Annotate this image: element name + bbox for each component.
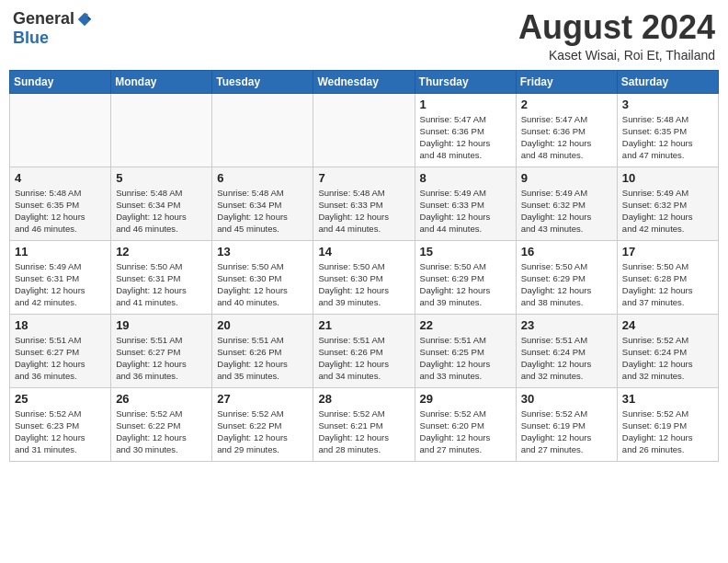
day-number: 15 xyxy=(420,245,511,259)
day-number: 1 xyxy=(420,98,511,111)
calendar-day-3: 3Sunrise: 5:48 AMSunset: 6:35 PMDaylight… xyxy=(617,93,718,167)
calendar-day-10: 10Sunrise: 5:49 AMSunset: 6:32 PMDayligh… xyxy=(617,167,718,240)
logo: General Blue xyxy=(13,9,93,48)
day-info: Sunrise: 5:48 AMSunset: 6:34 PMDaylight:… xyxy=(116,187,207,236)
calendar-day-8: 8Sunrise: 5:49 AMSunset: 6:33 PMDaylight… xyxy=(415,167,516,240)
day-number: 21 xyxy=(318,318,409,332)
calendar-day-30: 30Sunrise: 5:52 AMSunset: 6:19 PMDayligh… xyxy=(516,387,617,461)
day-number: 9 xyxy=(521,171,612,185)
calendar-day-18: 18Sunrise: 5:51 AMSunset: 6:27 PMDayligh… xyxy=(10,314,111,387)
day-info: Sunrise: 5:48 AMSunset: 6:35 PMDaylight:… xyxy=(622,113,713,162)
day-info: Sunrise: 5:49 AMSunset: 6:32 PMDaylight:… xyxy=(521,187,612,236)
title-section: August 2024 Kaset Wisai, Roi Et, Thailan… xyxy=(518,9,715,63)
day-number: 30 xyxy=(521,392,612,406)
location-subtitle: Kaset Wisai, Roi Et, Thailand xyxy=(518,48,715,63)
day-info: Sunrise: 5:52 AMSunset: 6:22 PMDaylight:… xyxy=(116,408,207,456)
calendar-week-3: 11Sunrise: 5:49 AMSunset: 6:31 PMDayligh… xyxy=(10,240,719,314)
day-info: Sunrise: 5:51 AMSunset: 6:25 PMDaylight:… xyxy=(420,334,511,383)
day-number: 28 xyxy=(318,392,409,406)
calendar-week-4: 18Sunrise: 5:51 AMSunset: 6:27 PMDayligh… xyxy=(10,314,719,387)
weekday-header-wednesday: Wednesday xyxy=(313,70,415,93)
day-number: 31 xyxy=(622,392,713,406)
calendar-day-4: 4Sunrise: 5:48 AMSunset: 6:35 PMDaylight… xyxy=(10,167,111,240)
day-info: Sunrise: 5:49 AMSunset: 6:31 PMDaylight:… xyxy=(15,260,106,309)
day-number: 18 xyxy=(15,318,106,332)
calendar-day-empty xyxy=(313,93,415,167)
calendar-day-22: 22Sunrise: 5:51 AMSunset: 6:25 PMDayligh… xyxy=(415,314,516,387)
day-info: Sunrise: 5:52 AMSunset: 6:20 PMDaylight:… xyxy=(420,408,511,456)
day-number: 11 xyxy=(15,245,106,259)
day-number: 16 xyxy=(521,245,612,259)
day-info: Sunrise: 5:49 AMSunset: 6:32 PMDaylight:… xyxy=(622,187,713,236)
weekday-header-thursday: Thursday xyxy=(415,70,516,93)
day-number: 8 xyxy=(420,171,511,185)
day-number: 14 xyxy=(318,245,409,259)
day-info: Sunrise: 5:51 AMSunset: 6:24 PMDaylight:… xyxy=(521,334,612,383)
calendar-day-empty xyxy=(10,93,111,167)
calendar-day-11: 11Sunrise: 5:49 AMSunset: 6:31 PMDayligh… xyxy=(10,240,111,314)
day-info: Sunrise: 5:50 AMSunset: 6:29 PMDaylight:… xyxy=(521,260,612,309)
logo-general-text: General xyxy=(13,9,74,29)
calendar-table: SundayMondayTuesdayWednesdayThursdayFrid… xyxy=(9,70,719,462)
day-info: Sunrise: 5:49 AMSunset: 6:33 PMDaylight:… xyxy=(420,187,511,236)
day-number: 10 xyxy=(622,171,713,185)
day-number: 4 xyxy=(15,171,106,185)
day-info: Sunrise: 5:52 AMSunset: 6:19 PMDaylight:… xyxy=(622,408,713,456)
calendar-day-2: 2Sunrise: 5:47 AMSunset: 6:36 PMDaylight… xyxy=(516,93,617,167)
calendar-day-6: 6Sunrise: 5:48 AMSunset: 6:34 PMDaylight… xyxy=(212,167,313,240)
calendar-week-2: 4Sunrise: 5:48 AMSunset: 6:35 PMDaylight… xyxy=(10,167,719,240)
weekday-header-friday: Friday xyxy=(516,70,617,93)
day-info: Sunrise: 5:52 AMSunset: 6:24 PMDaylight:… xyxy=(622,334,713,383)
calendar-day-28: 28Sunrise: 5:52 AMSunset: 6:21 PMDayligh… xyxy=(313,387,415,461)
day-number: 12 xyxy=(116,245,207,259)
calendar-week-5: 25Sunrise: 5:52 AMSunset: 6:23 PMDayligh… xyxy=(10,387,719,461)
day-info: Sunrise: 5:52 AMSunset: 6:22 PMDaylight:… xyxy=(217,408,308,456)
weekday-header-monday: Monday xyxy=(111,70,212,93)
calendar-day-17: 17Sunrise: 5:50 AMSunset: 6:28 PMDayligh… xyxy=(617,240,718,314)
day-number: 3 xyxy=(622,98,713,111)
day-number: 2 xyxy=(521,98,612,111)
calendar-day-23: 23Sunrise: 5:51 AMSunset: 6:24 PMDayligh… xyxy=(516,314,617,387)
calendar-day-1: 1Sunrise: 5:47 AMSunset: 6:36 PMDaylight… xyxy=(415,93,516,167)
day-info: Sunrise: 5:47 AMSunset: 6:36 PMDaylight:… xyxy=(420,113,511,162)
day-number: 20 xyxy=(217,318,308,332)
calendar-day-20: 20Sunrise: 5:51 AMSunset: 6:26 PMDayligh… xyxy=(212,314,313,387)
day-number: 5 xyxy=(116,171,207,185)
day-info: Sunrise: 5:50 AMSunset: 6:31 PMDaylight:… xyxy=(116,260,207,309)
day-info: Sunrise: 5:50 AMSunset: 6:29 PMDaylight:… xyxy=(420,260,511,309)
calendar-day-24: 24Sunrise: 5:52 AMSunset: 6:24 PMDayligh… xyxy=(617,314,718,387)
day-info: Sunrise: 5:47 AMSunset: 6:36 PMDaylight:… xyxy=(521,113,612,162)
calendar-day-9: 9Sunrise: 5:49 AMSunset: 6:32 PMDaylight… xyxy=(516,167,617,240)
calendar-day-15: 15Sunrise: 5:50 AMSunset: 6:29 PMDayligh… xyxy=(415,240,516,314)
day-info: Sunrise: 5:52 AMSunset: 6:19 PMDaylight:… xyxy=(521,408,612,456)
day-number: 7 xyxy=(318,171,409,185)
calendar-day-7: 7Sunrise: 5:48 AMSunset: 6:33 PMDaylight… xyxy=(313,167,415,240)
calendar-day-27: 27Sunrise: 5:52 AMSunset: 6:22 PMDayligh… xyxy=(212,387,313,461)
calendar-day-29: 29Sunrise: 5:52 AMSunset: 6:20 PMDayligh… xyxy=(415,387,516,461)
calendar-day-25: 25Sunrise: 5:52 AMSunset: 6:23 PMDayligh… xyxy=(10,387,111,461)
day-info: Sunrise: 5:50 AMSunset: 6:30 PMDaylight:… xyxy=(217,260,308,309)
weekday-header-tuesday: Tuesday xyxy=(212,70,313,93)
day-info: Sunrise: 5:48 AMSunset: 6:34 PMDaylight:… xyxy=(217,187,308,236)
day-info: Sunrise: 5:51 AMSunset: 6:27 PMDaylight:… xyxy=(116,334,207,383)
day-number: 19 xyxy=(116,318,207,332)
calendar-week-1: 1Sunrise: 5:47 AMSunset: 6:36 PMDaylight… xyxy=(10,93,719,167)
calendar-day-14: 14Sunrise: 5:50 AMSunset: 6:30 PMDayligh… xyxy=(313,240,415,314)
day-info: Sunrise: 5:51 AMSunset: 6:27 PMDaylight:… xyxy=(15,334,106,383)
day-number: 13 xyxy=(217,245,308,259)
day-number: 27 xyxy=(217,392,308,406)
day-number: 25 xyxy=(15,392,106,406)
calendar-day-16: 16Sunrise: 5:50 AMSunset: 6:29 PMDayligh… xyxy=(516,240,617,314)
calendar-day-5: 5Sunrise: 5:48 AMSunset: 6:34 PMDaylight… xyxy=(111,167,212,240)
day-number: 22 xyxy=(420,318,511,332)
day-number: 6 xyxy=(217,171,308,185)
calendar-day-21: 21Sunrise: 5:51 AMSunset: 6:26 PMDayligh… xyxy=(313,314,415,387)
day-number: 24 xyxy=(622,318,713,332)
calendar-day-26: 26Sunrise: 5:52 AMSunset: 6:22 PMDayligh… xyxy=(111,387,212,461)
day-number: 29 xyxy=(420,392,511,406)
weekday-header-row: SundayMondayTuesdayWednesdayThursdayFrid… xyxy=(10,70,719,93)
day-info: Sunrise: 5:48 AMSunset: 6:35 PMDaylight:… xyxy=(15,187,106,236)
calendar-day-empty xyxy=(111,93,212,167)
day-info: Sunrise: 5:51 AMSunset: 6:26 PMDaylight:… xyxy=(318,334,409,383)
day-number: 23 xyxy=(521,318,612,332)
